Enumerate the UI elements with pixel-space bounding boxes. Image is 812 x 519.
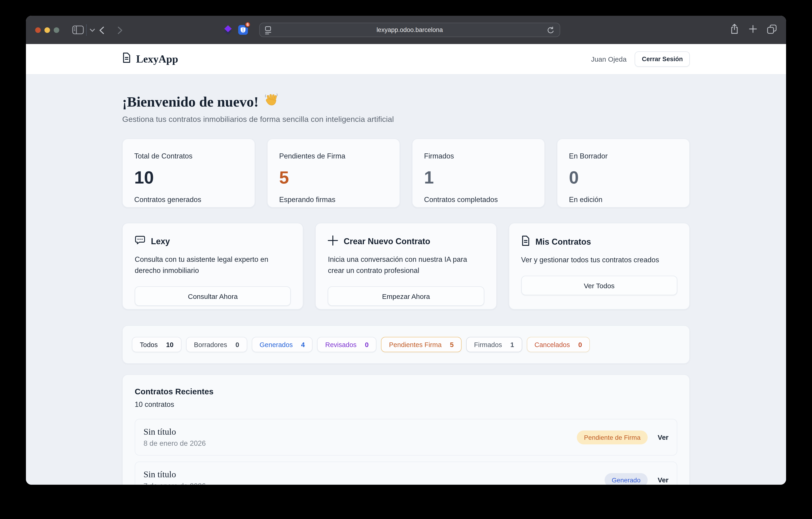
page-subtitle: Gestiona tus contratos inmobiliarios de …: [122, 115, 690, 124]
stat-label: Firmados: [424, 152, 533, 160]
view-link[interactable]: Ver: [658, 433, 668, 441]
filter-borradores[interactable]: Borradores0: [186, 337, 247, 352]
stat-value: 5: [279, 169, 388, 186]
action-card-new-contract: Crear Nuevo Contrato Inicia una conversa…: [316, 223, 497, 309]
stat-card-borrador: En Borrador 0 En edición: [557, 139, 690, 208]
app-name: LexyApp: [136, 53, 178, 65]
stat-card-firmados: Firmados 1 Contratos completados: [412, 139, 545, 208]
user-name: Juan Ojeda: [591, 55, 626, 63]
address-bar[interactable]: lexyapp.odoo.barcelona: [259, 23, 560, 37]
start-now-button[interactable]: Empezar Ahora: [328, 286, 484, 306]
tabs-overview-icon[interactable]: [767, 24, 777, 35]
forward-icon[interactable]: [118, 26, 123, 34]
view-link[interactable]: Ver: [658, 476, 668, 484]
action-title: Lexy: [151, 237, 170, 247]
new-tab-icon[interactable]: [749, 25, 757, 35]
page-content: LexyApp Juan Ojeda Cerrar Sesión ¡Bienve…: [26, 44, 786, 485]
action-title: Crear Nuevo Contrato: [344, 237, 430, 247]
view-all-button[interactable]: Ver Todos: [521, 276, 677, 295]
stat-value: 10: [134, 169, 243, 186]
toolbar-divider: [86, 25, 87, 36]
contract-title: Sin título: [144, 469, 206, 480]
stat-label: En Borrador: [569, 152, 678, 160]
action-description: Ver y gestionar todos tus contratos crea…: [521, 254, 677, 266]
stats-grid: Total de Contratos 10 Contratos generado…: [122, 139, 690, 208]
status-badge: Generado: [605, 473, 648, 485]
action-title: Mis Contratos: [535, 237, 591, 247]
stat-sublabel: Esperando firmas: [279, 195, 388, 204]
contract-date: 7 de enero de 2026: [144, 482, 206, 485]
chevron-down-icon[interactable]: [90, 29, 95, 32]
filter-bar: Todos10 Borradores0 Generados4 Revisados…: [122, 325, 690, 364]
share-icon[interactable]: [730, 24, 739, 36]
browser-toolbar: 6 lexyapp.odoo.barcelona: [26, 16, 786, 44]
action-description: Inicia una conversación con nuestra IA p…: [328, 254, 484, 276]
filter-generados[interactable]: Generados4: [252, 337, 313, 352]
consult-now-button[interactable]: Consultar Ahora: [135, 286, 291, 306]
stat-label: Total de Contratos: [134, 152, 243, 160]
minimize-window-button[interactable]: [45, 27, 50, 33]
url-text: lexyapp.odoo.barcelona: [377, 26, 443, 33]
reload-icon[interactable]: [547, 26, 555, 34]
contract-row[interactable]: Sin título 8 de enero de 2026 Pendiente …: [135, 419, 677, 456]
stat-sublabel: En edición: [569, 195, 678, 204]
reader-icon[interactable]: [265, 26, 272, 35]
stat-card-total: Total de Contratos 10 Contratos generado…: [122, 139, 255, 208]
plus-icon: [328, 236, 338, 248]
shield-extension-icon[interactable]: 6: [238, 24, 248, 35]
filter-cancelados[interactable]: Cancelados0: [527, 337, 590, 352]
wave-emoji: [264, 93, 279, 111]
recent-count: 10 contratos: [135, 400, 677, 409]
browser-window: 6 lexyapp.odoo.barcelona: [26, 16, 786, 485]
toolbar-right-buttons: [730, 16, 777, 44]
document-logo-icon: [122, 52, 131, 66]
filter-todos[interactable]: Todos10: [132, 337, 181, 352]
stat-sublabel: Contratos completados: [424, 195, 533, 204]
filter-firmados[interactable]: Firmados1: [466, 337, 522, 352]
sidebar-toggle-icon[interactable]: [72, 26, 84, 34]
stat-value: 1: [424, 169, 533, 186]
app-header: LexyApp Juan Ojeda Cerrar Sesión: [26, 44, 786, 75]
back-icon[interactable]: [99, 26, 104, 34]
extension-badge: 6: [244, 21, 251, 28]
filter-revisados[interactable]: Revisados0: [317, 337, 377, 352]
action-card-my-contracts: Mis Contratos Ver y gestionar todos tus …: [509, 223, 690, 309]
traffic-lights: [35, 27, 59, 33]
filter-pendientes-firma[interactable]: Pendientes Firma5: [381, 337, 462, 352]
screen: 6 lexyapp.odoo.barcelona: [0, 0, 812, 519]
action-cards: Lexy Consulta con tu asistente legal exp…: [122, 223, 690, 309]
page-title: ¡Bienvenido de nuevo!: [122, 93, 690, 111]
stat-card-pendientes: Pendientes de Firma 5 Esperando firmas: [267, 139, 400, 208]
close-window-button[interactable]: [35, 27, 41, 33]
app-logo[interactable]: LexyApp: [122, 52, 178, 66]
contract-date: 8 de enero de 2026: [144, 439, 206, 448]
recent-title: Contratos Recientes: [135, 387, 677, 397]
contract-row[interactable]: Sin título 7 de enero de 2026 Generado V…: [135, 462, 677, 485]
zoom-window-button[interactable]: [54, 27, 59, 33]
welcome-section: ¡Bienvenido de nuevo!: [122, 93, 690, 124]
logout-button[interactable]: Cerrar Sesión: [635, 51, 690, 67]
stat-label: Pendientes de Firma: [279, 152, 388, 160]
action-card-lexy: Lexy Consulta con tu asistente legal exp…: [122, 223, 303, 309]
stat-sublabel: Contratos generados: [134, 195, 243, 204]
stat-value: 0: [569, 169, 678, 186]
chat-bubble-icon: [135, 236, 145, 248]
document-icon: [521, 236, 530, 248]
recent-contracts-card: Contratos Recientes 10 contratos Sin tít…: [122, 375, 690, 485]
status-badge: Pendiente de Firma: [577, 430, 647, 444]
action-description: Consulta con tu asistente legal experto …: [135, 254, 291, 276]
gem-extension-icon[interactable]: [223, 25, 233, 35]
contract-title: Sin título: [144, 427, 206, 437]
